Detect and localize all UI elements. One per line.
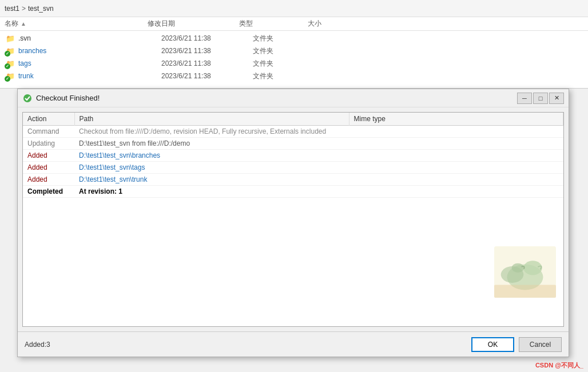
log-table: Action Path Mime type Command Checkout f… <box>23 113 563 198</box>
col-header-name[interactable]: 名称 ▲ <box>5 19 148 29</box>
dialog-window-controls: ─ □ ✕ <box>517 93 564 104</box>
table-row[interactable]: 📁 .svn 2023/6/21 11:38 文件夹 <box>0 32 588 45</box>
dialog-content: Action Path Mime type Command Checkout f… <box>18 107 569 331</box>
col-header-date[interactable]: 修改日期 <box>148 19 239 29</box>
file-name-cell: .svn <box>18 34 161 42</box>
path-cell: D:\test1\test_svn from file:///D:/demo <box>74 138 349 150</box>
table-row: Added D:\test1\test_svn\trunk <box>23 174 563 186</box>
mime-cell <box>349 174 563 186</box>
footer-status: Added:3 <box>25 341 471 349</box>
cancel-button[interactable]: Cancel <box>519 337 562 352</box>
svg-point-4 <box>501 266 524 283</box>
svn-folder-icon: 📁 ✓ <box>5 71 16 81</box>
page-watermark: CSDN @不同人_ <box>535 361 583 370</box>
action-cell: Updating <box>23 138 74 150</box>
file-name-cell: tags <box>18 59 161 67</box>
minimize-button[interactable]: ─ <box>517 93 532 104</box>
dialog-titlebar: Checkout Finished! ─ □ ✕ <box>18 89 569 107</box>
table-row: Added D:\test1\test_svn\tags <box>23 162 563 174</box>
action-cell: Completed <box>23 186 74 198</box>
table-row: Updating D:\test1\test_svn from file:///… <box>23 138 563 150</box>
mime-cell <box>349 138 563 150</box>
breadcrumb-part1[interactable]: test1 <box>5 5 19 13</box>
path-cell: D:\test1\test_svn\tags <box>74 162 349 174</box>
svn-folder-icon: 📁 ✓ <box>5 46 16 55</box>
file-name-cell: branches <box>18 47 161 55</box>
action-cell: Added <box>23 162 74 174</box>
col-header-type[interactable]: 类型 <box>239 19 308 29</box>
close-button[interactable]: ✕ <box>549 93 564 104</box>
table-row[interactable]: 📁 ✓ branches 2023/6/21 11:38 文件夹 <box>0 45 588 57</box>
file-name-cell: trunk <box>18 72 161 80</box>
mime-cell <box>349 150 563 162</box>
svg-point-3 <box>523 261 542 275</box>
svn-folder-icon: 📁 ✓ <box>5 59 16 68</box>
maximize-button[interactable]: □ <box>533 93 548 104</box>
dialog-footer: Added:3 OK Cancel <box>18 331 569 357</box>
mime-cell <box>349 186 563 198</box>
dialog-icon <box>22 93 33 103</box>
col-action-header: Action <box>23 113 74 126</box>
breadcrumb-sep: > <box>22 5 26 13</box>
column-header-row: 名称 ▲ 修改日期 类型 大小 <box>0 17 588 31</box>
log-table-header: Action Path Mime type <box>23 113 563 126</box>
svg-rect-6 <box>494 285 556 298</box>
log-table-container: Action Path Mime type Command Checkout f… <box>22 112 564 327</box>
action-cell: Added <box>23 150 74 162</box>
watermark-graphic <box>494 246 557 298</box>
path-cell: At revision: 1 <box>74 186 349 198</box>
folder-icon: 📁 <box>5 34 16 43</box>
action-cell: Added <box>23 174 74 186</box>
action-cell: Command <box>23 126 74 138</box>
svg-point-5 <box>512 263 525 273</box>
table-row[interactable]: 📁 ✓ trunk 2023/6/21 11:38 文件夹 <box>0 70 588 82</box>
table-row[interactable]: 📁 ✓ tags 2023/6/21 11:38 文件夹 <box>0 57 588 70</box>
table-row: Completed At revision: 1 <box>23 186 563 198</box>
svg-rect-1 <box>494 246 556 298</box>
col-header-size[interactable]: 大小 <box>308 19 353 29</box>
breadcrumb: test1 > test_svn <box>0 0 588 17</box>
dialog-title: Checkout Finished! <box>36 94 517 102</box>
ok-button[interactable]: OK <box>471 337 514 352</box>
col-mime-header: Mime type <box>349 113 563 126</box>
breadcrumb-part2[interactable]: test_svn <box>28 5 54 13</box>
table-row: Command Checkout from file:////D:/demo, … <box>23 126 563 138</box>
table-row: Added D:\test1\test_svn\branches <box>23 150 563 162</box>
footer-buttons: OK Cancel <box>471 337 562 352</box>
path-cell: D:\test1\test_svn\trunk <box>74 174 349 186</box>
path-cell: D:\test1\test_svn\branches <box>74 150 349 162</box>
mime-cell <box>349 162 563 174</box>
mime-cell <box>349 126 563 138</box>
col-path-header: Path <box>74 113 349 126</box>
svg-point-0 <box>23 94 31 102</box>
svg-point-2 <box>507 265 543 290</box>
path-cell: Checkout from file:////D:/demo, revision… <box>74 126 349 138</box>
checkout-dialog: Checkout Finished! ─ □ ✕ Action Path Mim… <box>17 89 569 357</box>
file-list: 📁 .svn 2023/6/21 11:38 文件夹 📁 ✓ branches … <box>0 31 588 83</box>
file-explorer: test1 > test_svn 名称 ▲ 修改日期 类型 大小 📁 .svn … <box>0 0 588 89</box>
sort-arrow-icon: ▲ <box>21 21 26 27</box>
